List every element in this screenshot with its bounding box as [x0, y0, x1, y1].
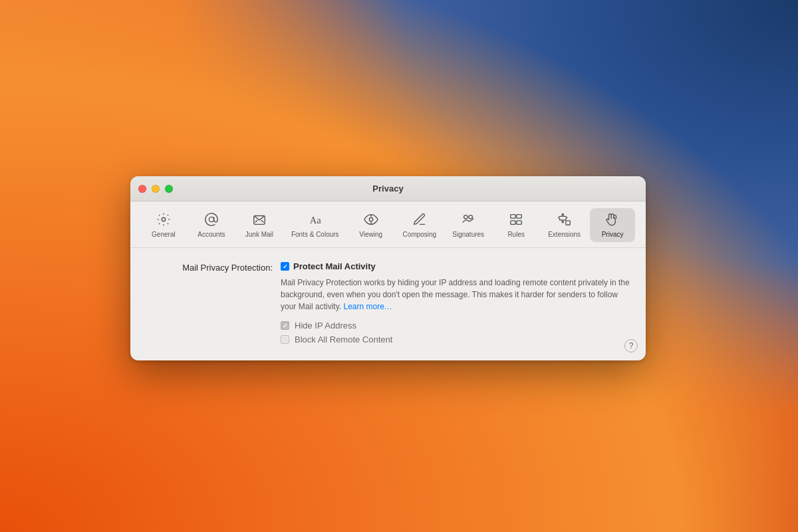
svg-point-8	[469, 215, 473, 219]
tab-viewing-label: Viewing	[359, 231, 382, 238]
svg-rect-10	[517, 215, 521, 219]
block-remote-label: Block All Remote Content	[295, 334, 392, 344]
content-area: Mail Privacy Protection: Protect Mail Ac…	[130, 248, 646, 360]
hand-icon	[605, 212, 620, 229]
tab-signatures[interactable]: Signatures	[446, 208, 491, 242]
svg-point-1	[209, 217, 213, 221]
tab-composing-label: Composing	[403, 231, 437, 238]
block-remote-option: Block All Remote Content	[281, 334, 630, 344]
setting-label: Mail Privacy Protection:	[146, 261, 273, 273]
fonts-icon: Aa	[308, 212, 323, 229]
tab-signatures-label: Signatures	[452, 231, 484, 238]
svg-point-0	[162, 217, 166, 221]
tab-accounts-label: Accounts	[198, 231, 225, 238]
description-text: Mail Privacy Protection works by hiding …	[281, 277, 630, 313]
hide-ip-option: Hide IP Address	[281, 321, 630, 331]
protect-activity-checkbox[interactable]	[281, 262, 289, 271]
protect-activity-label: Protect Mail Activity	[293, 261, 376, 271]
extensions-icon	[557, 212, 572, 229]
tab-rules-label: Rules	[507, 231, 525, 238]
mail-privacy-row: Mail Privacy Protection: Protect Mail Ac…	[146, 261, 630, 344]
svg-rect-13	[565, 221, 569, 225]
tab-privacy[interactable]: Privacy	[590, 208, 635, 242]
window-title: Privacy	[372, 184, 403, 194]
tab-accounts[interactable]: Accounts	[189, 208, 234, 242]
window-controls	[138, 185, 173, 193]
at-icon	[204, 212, 219, 229]
svg-point-7	[464, 215, 468, 219]
svg-rect-9	[511, 215, 515, 219]
tab-extensions-label: Extensions	[548, 231, 581, 238]
signatures-icon	[461, 212, 475, 229]
help-button[interactable]: ?	[624, 339, 638, 352]
toolbar: General Accounts Junk Mail	[130, 201, 646, 248]
composing-icon	[412, 212, 427, 229]
tab-privacy-label: Privacy	[602, 231, 624, 238]
protect-activity-row: Protect Mail Activity	[281, 261, 630, 271]
svg-text:Aa: Aa	[309, 215, 321, 225]
svg-line-4	[261, 220, 264, 223]
viewing-icon	[364, 212, 378, 229]
mail-preferences-window: Privacy General Accounts	[130, 176, 646, 360]
svg-line-3	[255, 220, 257, 223]
sub-options: Hide IP Address Block All Remote Content	[281, 321, 630, 344]
titlebar: Privacy	[130, 176, 646, 201]
gear-icon	[156, 212, 171, 229]
tab-extensions[interactable]: Extensions	[541, 208, 587, 242]
close-button[interactable]	[138, 185, 146, 193]
block-remote-checkbox[interactable]	[281, 335, 289, 344]
tab-junk-mail-label: Junk Mail	[245, 231, 273, 238]
tab-junk-mail[interactable]: Junk Mail	[237, 208, 282, 242]
minimize-button[interactable]	[152, 185, 160, 193]
tab-fonts-colours-label: Fonts & Colours	[291, 231, 339, 238]
tab-general-label: General	[152, 231, 176, 238]
tab-general[interactable]: General	[141, 208, 186, 242]
hide-ip-checkbox[interactable]	[281, 321, 289, 330]
maximize-button[interactable]	[165, 185, 173, 193]
svg-point-6	[369, 217, 373, 221]
rules-icon	[509, 212, 523, 229]
tab-fonts-colours[interactable]: Aa Fonts & Colours	[285, 208, 346, 242]
tab-viewing[interactable]: Viewing	[348, 208, 394, 242]
hide-ip-label: Hide IP Address	[295, 321, 356, 331]
junk-icon	[252, 212, 267, 229]
tab-composing[interactable]: Composing	[396, 208, 444, 242]
setting-content: Protect Mail Activity Mail Privacy Prote…	[281, 261, 630, 344]
privacy-content: Mail Privacy Protection: Protect Mail Ac…	[130, 248, 646, 360]
learn-more-link[interactable]: Learn more…	[343, 302, 392, 311]
svg-rect-11	[511, 221, 515, 225]
tab-rules[interactable]: Rules	[493, 208, 539, 242]
svg-rect-12	[517, 221, 521, 225]
